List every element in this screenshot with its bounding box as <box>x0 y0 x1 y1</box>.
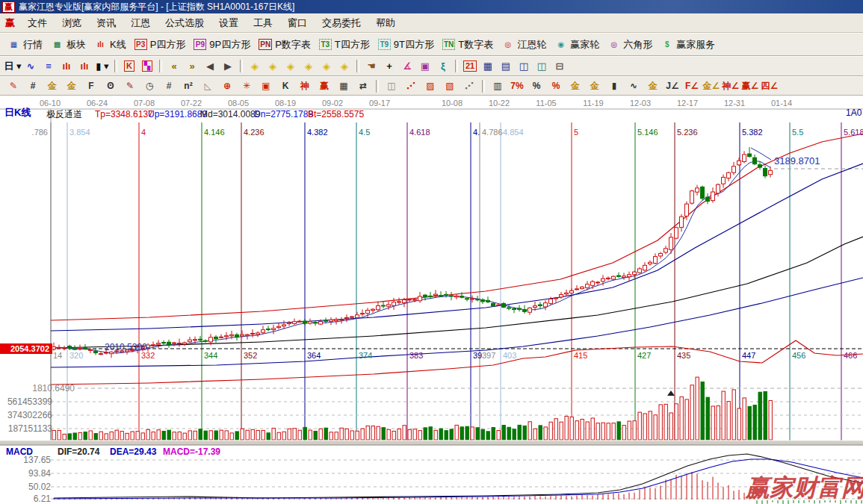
calendar-button[interactable]: 21 <box>461 58 479 74</box>
k-quote-button[interactable]: K <box>276 79 295 93</box>
tool-kline[interactable]: ılıK线 <box>91 37 132 53</box>
gold-ratio-1-button[interactable]: 金 <box>43 79 62 93</box>
save-data-button[interactable]: ◫ <box>515 58 533 74</box>
fibonacci-grid-button[interactable]: F <box>81 79 101 93</box>
volume-bar <box>764 391 767 440</box>
span-arrows-button[interactable]: ⇄ <box>353 79 373 93</box>
gann-compass-button[interactable]: ⊕ <box>217 79 237 93</box>
diamond-compress-button[interactable]: ◈ <box>282 58 300 74</box>
grid-table-button[interactable]: ▦ <box>334 79 353 93</box>
prev-record-button[interactable]: ◀ <box>201 58 219 74</box>
shen-tool-button[interactable]: 神 <box>295 79 315 93</box>
star-burst-button[interactable]: ✳ <box>237 79 256 93</box>
diamond-move-button[interactable]: ◈ <box>335 58 353 74</box>
square-of-nine-button[interactable]: n² <box>179 79 198 93</box>
spiral-button[interactable]: ʘ <box>101 79 120 93</box>
tool-9t-square[interactable]: T99T四方形 <box>375 37 439 53</box>
tool-t-number-table[interactable]: TNT数字表 <box>439 37 498 53</box>
color-kline-button[interactable]: ▚ <box>138 58 156 74</box>
menu-item-8[interactable]: 窗口 <box>280 16 315 30</box>
gann-k-chart-button[interactable]: K <box>120 58 138 74</box>
tool-winner-wheel[interactable]: ◉赢家轮 <box>551 37 604 53</box>
wave-a-button[interactable]: ∿ <box>624 79 643 93</box>
menu-item-3[interactable]: 资讯 <box>89 16 123 30</box>
gold-ratio-2-button[interactable]: 金 <box>62 79 81 93</box>
menu-item-1[interactable]: 文件 <box>20 16 55 30</box>
menu-item-9[interactable]: 交易委托 <box>315 16 368 30</box>
kline-chart-svg[interactable]: 06-1006-2407-0807-2208-0508-1909-0209-17… <box>0 96 863 504</box>
diamond-right-button[interactable]: ◈ <box>264 58 282 74</box>
small-bars-9-button[interactable]: ılı <box>75 58 93 74</box>
pattern-match-button[interactable]: ξ <box>434 58 452 74</box>
first-record-button[interactable]: « <box>165 58 183 74</box>
tool-p-square[interactable]: P3P四方形 <box>132 37 191 53</box>
candle-measure-button[interactable]: ▮ <box>604 79 624 93</box>
menu-item-4[interactable]: 江恩 <box>123 16 158 30</box>
menu-item-2[interactable]: 浏览 <box>55 16 89 30</box>
hist-tool-button[interactable]: ▥ <box>488 79 507 93</box>
si-angle-button[interactable]: 四∠ <box>760 79 779 93</box>
marker-pen-button[interactable]: ✎ <box>120 79 140 93</box>
tool-9p-square[interactable]: P99P四方形 <box>191 37 256 53</box>
tool-p-number-table[interactable]: PNP数字表 <box>256 37 316 53</box>
trend-pencil-button[interactable]: ⋰ <box>460 79 479 93</box>
ying-angle-button[interactable]: 赢∠ <box>740 79 760 93</box>
percent-button[interactable]: % <box>527 79 546 93</box>
gold-circle-button[interactable]: 金 <box>566 79 585 93</box>
tool-sectors[interactable]: ▩板块 <box>48 37 91 53</box>
save-schedule-button[interactable]: ◫ <box>533 58 551 74</box>
angle-measure-button[interactable]: ∡ <box>398 58 416 74</box>
j-angle-button[interactable]: J∠ <box>663 79 682 93</box>
label-tool-button[interactable]: ▣ <box>416 58 434 74</box>
fan-lines-button[interactable]: ⋰ <box>401 79 421 93</box>
crosshair-tool-button[interactable]: + <box>380 58 398 74</box>
gold-angle-base-button[interactable]: 金 <box>643 79 663 93</box>
gold-line-button[interactable]: 金 <box>585 79 604 93</box>
calculator-button[interactable]: ▦ <box>479 58 497 74</box>
volume-bar <box>251 429 254 440</box>
date-label: 06-10 <box>40 99 61 108</box>
volume-bar <box>173 432 176 440</box>
tool-gann-wheel[interactable]: ◎江恩轮 <box>498 37 551 53</box>
fan-box-button[interactable]: ▨ <box>421 79 440 93</box>
tool-winner-service[interactable]: $赢家服务 <box>658 37 720 53</box>
menu-item-0[interactable]: 赢 <box>0 16 20 30</box>
menu-item-7[interactable]: 工具 <box>246 16 280 30</box>
tool-hexagon[interactable]: ◎六角形 <box>604 37 658 53</box>
memo-button[interactable]: ▤ <box>497 58 515 74</box>
ying-tool-button[interactable]: 赢 <box>315 79 334 93</box>
shen-angle-button[interactable]: 神∠ <box>721 79 740 93</box>
gold-angle-button[interactable]: 金∠ <box>702 79 721 93</box>
print-button[interactable]: ⊟ <box>551 58 569 74</box>
f-angle-button[interactable]: F∠ <box>682 79 702 93</box>
trend-zigzag-button[interactable]: ∿ <box>22 58 40 74</box>
menu-item-5[interactable]: 公式选股 <box>158 16 211 30</box>
density-lines-button[interactable]: # <box>159 79 179 93</box>
set-square-button[interactable]: ◺ <box>198 79 217 93</box>
hand-tool-button[interactable]: ☚ <box>362 58 380 74</box>
grid-lines-button[interactable]: # <box>23 79 43 93</box>
percent-7-button[interactable]: 7% <box>507 79 527 93</box>
time-circle-button[interactable]: ◷ <box>140 79 159 93</box>
candle-body <box>607 278 610 279</box>
menu-item-10[interactable]: 帮助 <box>368 16 403 30</box>
next-record-button[interactable]: ▶ <box>219 58 237 74</box>
fan-box-alt-button[interactable]: ▧ <box>440 79 460 93</box>
gann-level-label: 4.854 <box>503 128 524 137</box>
diamond-star-button[interactable]: ◈ <box>318 58 335 74</box>
last-record-button[interactable]: » <box>183 58 201 74</box>
frame-grid-button[interactable]: ◫ <box>382 79 401 93</box>
menu-item-6[interactable]: 设置 <box>211 16 246 30</box>
small-bars-3-button[interactable]: ılı <box>58 58 75 74</box>
candle-style-dropdown-button[interactable]: ▮ ▾ <box>93 58 111 74</box>
chart-area[interactable]: 06-1006-2407-0807-2208-0508-1909-0209-17… <box>0 96 863 504</box>
tool-quotes[interactable]: ▦行情 <box>4 37 48 53</box>
tool-t-square[interactable]: T3T四方形 <box>316 37 375 53</box>
diamond-expand-button[interactable]: ◈ <box>300 58 318 74</box>
info-panel-button[interactable]: ≡ <box>40 58 58 74</box>
brush-button[interactable]: ✎ <box>4 79 23 93</box>
percent-line-button[interactable]: % <box>546 79 566 93</box>
period-day-dropdown-button[interactable]: 日 ▾ <box>4 58 22 74</box>
diamond-left-button[interactable]: ◈ <box>246 58 264 74</box>
boxed-star-button[interactable]: ▣ <box>256 79 276 93</box>
